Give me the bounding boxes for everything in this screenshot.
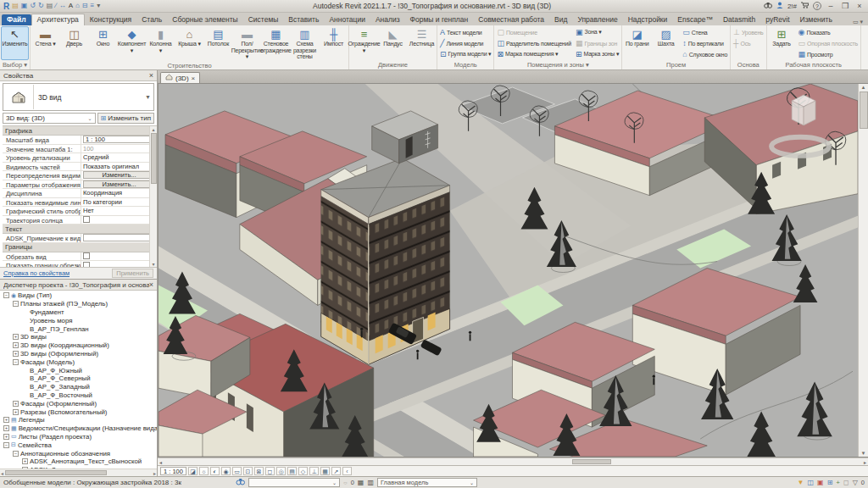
scroll-up-icon[interactable]: ▴	[862, 84, 865, 91]
temp-view-props-icon[interactable]: ▤	[287, 467, 297, 475]
reveal-hidden-icon[interactable]: ◎	[276, 467, 286, 475]
tree-item[interactable]: В_АР_Ф_Восточный	[0, 391, 157, 400]
ribbon-button[interactable]: ⊠Марка помещения ▾	[495, 49, 572, 59]
design-options-status-icon[interactable]: ⊞	[827, 479, 833, 486]
ribbon-button[interactable]: ┼Ось	[732, 38, 765, 48]
ribbon-tab[interactable]: Аннотации	[324, 14, 370, 25]
ribbon-tab[interactable]: Сборные элементы	[167, 14, 242, 25]
ribbon-tab[interactable]: Совместная работа	[473, 14, 549, 25]
ribbon-tab[interactable]: Datasmith	[718, 14, 760, 25]
property-select[interactable]: Показать оригинал	[83, 163, 139, 170]
status-search-icon[interactable]	[236, 478, 245, 487]
crop-view-icon[interactable]: ▭	[232, 467, 242, 475]
ribbon-button[interactable]: ⌂Крыша ▾	[175, 26, 203, 61]
properties-help-link[interactable]: Справка по свойствам	[3, 269, 70, 277]
default-3d-view-icon[interactable]: ⌂	[75, 2, 80, 10]
tree-expander-icon[interactable]: +	[13, 334, 19, 340]
help-icon[interactable]: ?	[813, 2, 821, 10]
ribbon-button[interactable]: ◣Пандус	[379, 26, 407, 60]
ribbon-panel-label[interactable]: Выбор ▾	[1, 60, 29, 69]
scroll-down-icon[interactable]: ▾	[152, 261, 154, 267]
ribbon-tab[interactable]: pyRevit	[760, 14, 794, 25]
sun-path-icon[interactable]: ☼	[199, 467, 209, 475]
tree-expander-icon[interactable]: −	[3, 292, 9, 298]
scroll-thumb[interactable]	[572, 459, 611, 464]
worksets-status-icon[interactable]: ▣	[817, 479, 824, 486]
property-select[interactable]: Координация	[83, 189, 122, 197]
tree-expander-icon[interactable]: −	[3, 442, 9, 448]
ribbon-button[interactable]: ▤Потолок	[204, 26, 232, 61]
tree-expander-icon[interactable]: −	[13, 359, 19, 365]
tree-item[interactable]: +3D виды (Оформленный)	[0, 350, 157, 358]
property-value[interactable]: Изменить...	[81, 171, 157, 180]
measure-icon[interactable]: ∕	[55, 2, 56, 10]
visual-style-icon[interactable]: ◪	[188, 467, 198, 475]
tree-item[interactable]: −Фасады (Модель)	[0, 358, 157, 366]
unlock-view-icon[interactable]: ⊠	[254, 467, 264, 475]
ribbon-state-icon[interactable]: ▭ ▾	[853, 19, 868, 25]
property-value[interactable]: 100	[81, 145, 157, 153]
tree-item[interactable]: −⊟Семейства	[0, 441, 157, 449]
ribbon-button[interactable]: АТекст модели	[438, 27, 492, 37]
hide-analytical-icon[interactable]: ◇	[298, 467, 308, 475]
tree-item[interactable]: +3D виды	[0, 333, 157, 341]
property-value[interactable]: 1 : 100	[81, 136, 157, 144]
tree-item[interactable]: −Аннотационные обозначения	[0, 449, 157, 458]
tree-expander-icon[interactable]: +	[3, 434, 9, 440]
print-icon[interactable]: ▤	[47, 2, 53, 10]
ribbon-button[interactable]: ▦Просмотр	[797, 49, 860, 59]
ribbon-tab[interactable]: Изменить	[795, 14, 837, 25]
viewport-hscrollbar[interactable]: ◂ ▸	[158, 458, 868, 465]
tree-item[interactable]: +▦Ведомости/Спецификации (Назначение вид…	[0, 424, 157, 433]
ribbon-panel-label[interactable]: Помещения и зоны ▾	[495, 60, 620, 69]
tree-expander-icon[interactable]: +	[13, 401, 19, 407]
scroll-down-icon[interactable]: ▾	[862, 450, 865, 457]
link-editable-icon[interactable]: ◫	[808, 479, 815, 486]
ribbon-button[interactable]: ◫Дверь	[60, 26, 88, 61]
tree-expander-icon[interactable]: +	[3, 417, 9, 423]
property-value[interactable]: Координация	[81, 189, 157, 197]
property-value[interactable]: Показать оригинал	[81, 163, 157, 171]
ribbon-panel-label[interactable]: Основа	[732, 60, 765, 69]
undo-icon[interactable]: ↺	[30, 2, 36, 10]
scroll-left-icon[interactable]: ◂	[159, 459, 162, 465]
tree-item[interactable]: −◉Виды (Тип)	[0, 291, 157, 300]
ribbon-button[interactable]: ⊞Окно	[89, 26, 117, 61]
worksets-icon[interactable]: ▦	[358, 479, 364, 486]
checkbox[interactable]	[83, 216, 90, 223]
ribbon-panel-label[interactable]: Модель	[438, 60, 492, 69]
viewport-vscrollbar[interactable]: ▴ ▾	[858, 84, 868, 457]
ribbon-button[interactable]: ╱Линия модели	[438, 38, 492, 48]
scroll-up-icon[interactable]: ▴	[152, 126, 154, 132]
ribbon-button[interactable]: ≡Ограждение ▾	[350, 26, 378, 60]
ribbon-button[interactable]: ⌂Слуховое окно	[681, 49, 729, 59]
ribbon-tab[interactable]: Архитектура	[31, 14, 85, 25]
ribbon-button[interactable]: ▭Стена	[681, 27, 729, 37]
tree-item[interactable]: +Фасады (Оформленный)	[0, 399, 157, 408]
redo-icon[interactable]: ↻	[38, 2, 44, 10]
ribbon-button[interactable]: ▭Опорная плоскость	[797, 38, 860, 48]
tree-item[interactable]: Уровень моря	[0, 316, 157, 324]
ribbon-tab[interactable]: Сталь	[136, 14, 167, 25]
ribbon-button[interactable]: ☰Лестница	[408, 26, 436, 60]
scroll-right-icon[interactable]: ▸	[864, 459, 866, 465]
property-value[interactable]: Изменить...	[81, 180, 157, 189]
show-crop-icon[interactable]: ⊡	[243, 467, 253, 475]
edit-button[interactable]: Изменить...	[83, 180, 155, 188]
property-section-header[interactable]: Графика▴	[3, 126, 157, 136]
ribbon-tab[interactable]: Управление	[572, 14, 622, 25]
property-select[interactable]: Нет	[83, 207, 94, 214]
property-select[interactable]: По категории	[83, 198, 122, 206]
ribbon-button[interactable]: ↖Изменить	[1, 26, 29, 60]
displacement-icon[interactable]: ↗	[331, 467, 341, 475]
workset-search-combo[interactable]: ⌄	[248, 478, 340, 487]
revit-logo-icon[interactable]: R	[3, 2, 9, 11]
tree-item[interactable]: В_АР_Ф_Западный	[0, 383, 157, 391]
shadows-icon[interactable]: ◐	[210, 467, 220, 475]
scroll-thumb[interactable]	[860, 92, 868, 129]
ribbon-tab[interactable]: Вид	[549, 14, 572, 25]
open-icon[interactable]: ▤	[12, 2, 19, 10]
dimension-icon[interactable]: ↔	[59, 2, 66, 10]
ribbon-button[interactable]: ◫Разделитель помещений	[495, 38, 572, 48]
view-instance-select[interactable]: 3D вид: (3D)⌄	[3, 113, 96, 124]
